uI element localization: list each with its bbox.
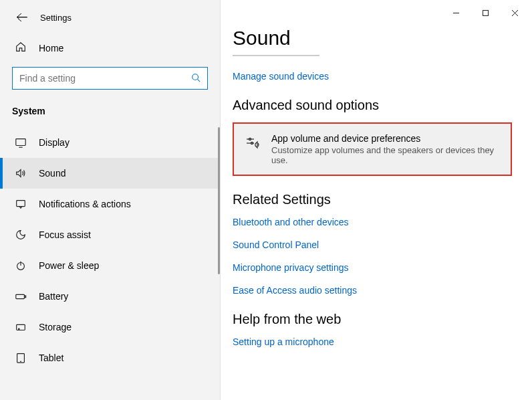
svg-rect-7 [16,294,25,298]
nav-list: Display Sound Notifications & actions Fo… [0,127,220,373]
home-nav[interactable]: Home [0,34,220,62]
setting-up-microphone-link[interactable]: Setting up a microphone [233,336,512,347]
power-icon [15,260,27,272]
app-title: Settings [40,13,72,23]
sidebar-scrollbar[interactable] [218,127,220,274]
option-title: App volume and device preferences [271,133,500,144]
nav-label: Sound [39,168,65,179]
home-icon [15,41,27,55]
display-icon [15,136,27,148]
search-box[interactable] [12,67,208,90]
option-description: Customize app volumes and the speakers o… [271,145,500,165]
nav-label: Tablet [39,353,63,363]
main-content: Sound Manage sound devices Advanced soun… [221,0,532,400]
sidebar: 🡠 Settings Home System Display Sound Not… [0,0,221,400]
microphone-privacy-link[interactable]: Microphone privacy settings [233,262,512,273]
search-input[interactable] [19,73,191,84]
sound-icon [15,167,27,179]
sidebar-item-display[interactable]: Display [0,127,220,158]
sidebar-item-focus-assist[interactable]: Focus assist [0,219,220,250]
close-button[interactable] [500,3,529,23]
sidebar-item-tablet[interactable]: Tablet [0,342,220,373]
sidebar-item-storage[interactable]: Storage [0,312,220,342]
nav-label: Focus assist [39,229,91,240]
search-icon [191,73,201,84]
related-settings-heading: Related Settings [233,192,512,207]
svg-point-0 [192,74,198,80]
help-heading: Help from the web [233,312,512,327]
option-text: App volume and device preferences Custom… [271,133,500,165]
back-arrow-icon[interactable]: 🡠 [16,11,28,25]
storage-icon [15,321,27,333]
sidebar-item-power-sleep[interactable]: Power & sleep [0,250,220,281]
sidebar-item-notifications[interactable]: Notifications & actions [0,189,220,219]
svg-point-10 [19,328,19,329]
nav-label: Notifications & actions [39,199,131,209]
sidebar-item-sound[interactable]: Sound [0,158,220,189]
svg-rect-9 [17,324,25,330]
svg-rect-2 [16,139,25,146]
svg-line-1 [198,79,201,82]
app-volume-preferences-button[interactable]: App volume and device preferences Custom… [233,122,512,176]
window-controls [441,3,529,23]
manage-sound-devices-link[interactable]: Manage sound devices [233,71,512,82]
help-links: Setting up a microphone [233,336,512,347]
title-underline [233,55,319,56]
sound-control-panel-link[interactable]: Sound Control Panel [233,239,512,250]
page-title: Sound [233,27,512,49]
svg-rect-8 [25,296,26,298]
nav-label: Power & sleep [39,260,99,271]
focus-assist-icon [15,229,27,241]
tablet-icon [15,352,27,364]
related-links: Bluetooth and other devices Sound Contro… [233,217,512,296]
minimize-button[interactable] [441,3,471,23]
nav-label: Display [39,137,70,148]
header-row: 🡠 Settings [0,7,220,34]
bluetooth-devices-link[interactable]: Bluetooth and other devices [233,217,512,227]
nav-label: Storage [39,322,72,332]
sliders-icon [245,134,261,151]
maximize-button[interactable] [471,3,500,23]
nav-label: Battery [39,291,68,302]
svg-rect-14 [483,10,488,15]
svg-rect-4 [17,201,25,207]
advanced-sound-heading: Advanced sound options [233,98,512,113]
notifications-icon [15,198,27,210]
battery-icon [15,290,27,302]
home-label: Home [39,43,63,54]
category-heading: System [0,99,220,127]
ease-of-access-audio-link[interactable]: Ease of Access audio settings [233,285,512,296]
sidebar-item-battery[interactable]: Battery [0,281,220,312]
